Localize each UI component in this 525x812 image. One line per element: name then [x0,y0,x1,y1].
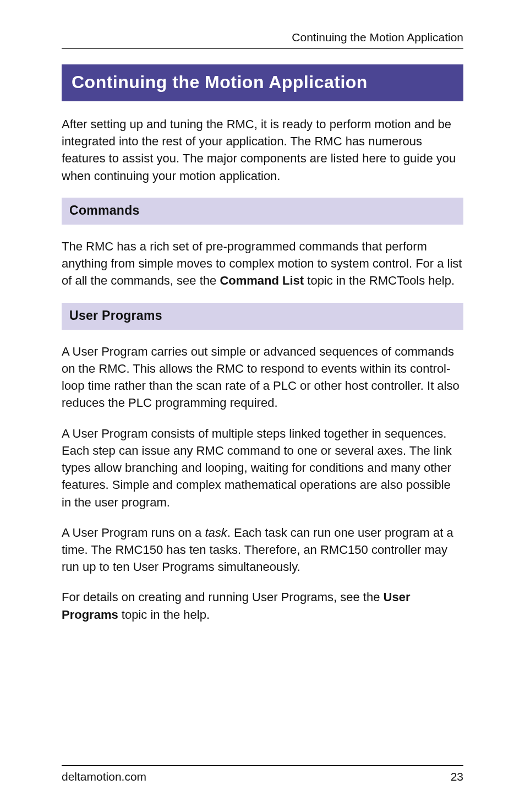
running-header-text: Continuing the Motion Application [292,31,463,43]
footer-rule [62,765,463,766]
commands-bold: Command List [220,274,304,287]
commands-paragraph: The RMC has a rich set of pre-programmed… [62,238,463,290]
footer-site: deltamotion.com [62,770,146,783]
page-title: Continuing the Motion Application [62,64,463,101]
running-header: Continuing the Motion Application [62,31,463,48]
up-p4-b: topic in the help. [118,608,210,622]
section-heading-commands: Commands [62,198,463,225]
up-p3-italic: task [205,526,227,539]
section-heading-commands-text: Commands [69,203,140,217]
page-footer: deltamotion.com 23 [62,765,463,783]
user-programs-p3: A User Program runs on a task. Each task… [62,524,463,576]
page-content: Continuing the Motion Application Contin… [0,0,525,623]
up-p4-a: For details on creating and running User… [62,590,384,604]
user-programs-p2: A User Program consists of multiple step… [62,425,463,511]
footer-row: deltamotion.com 23 [62,770,463,783]
commands-text-b: topic in the RMCTools help. [304,274,455,287]
up-p3-a: A User Program runs on a [62,526,205,539]
intro-paragraph: After setting up and tuning the RMC, it … [62,116,463,184]
user-programs-p4: For details on creating and running User… [62,588,463,623]
footer-page-number: 23 [451,770,463,783]
header-rule [62,48,463,49]
section-heading-user-programs-text: User Programs [69,308,162,323]
page-title-text: Continuing the Motion Application [72,72,368,92]
user-programs-p1: A User Program carries out simple or adv… [62,343,463,412]
section-heading-user-programs: User Programs [62,303,463,330]
